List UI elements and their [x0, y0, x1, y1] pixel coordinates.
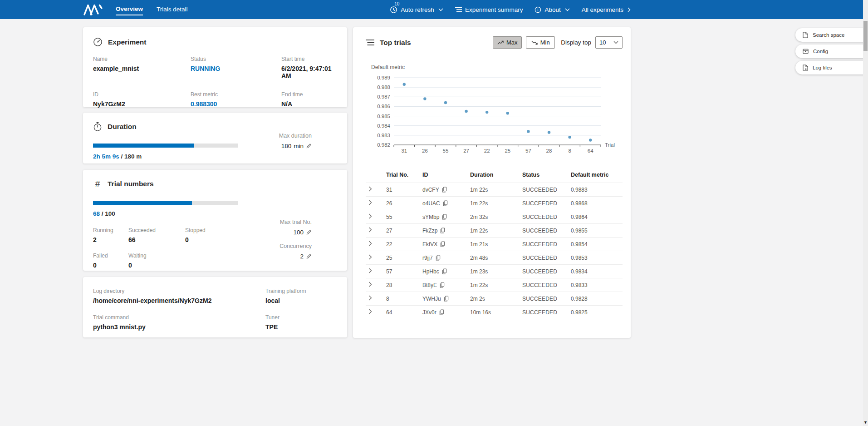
experiment-summary-button[interactable]: Experiment summary	[455, 6, 523, 13]
expand-row-chevron-icon[interactable]	[366, 295, 372, 301]
cell-status: SUCCEEDED	[522, 224, 571, 238]
cell-status: SUCCEEDED	[522, 197, 571, 210]
expand-row-chevron-icon[interactable]	[366, 309, 372, 314]
copy-id-icon[interactable]	[440, 282, 445, 288]
copy-id-icon[interactable]	[439, 309, 444, 315]
edit-max-duration-pencil-icon[interactable]	[306, 143, 312, 149]
side-button-label: Log files	[813, 65, 832, 70]
copy-id-icon[interactable]	[444, 296, 449, 302]
cell-default-metric: 0.9864	[571, 210, 623, 224]
cell-trial-id: r9jj7	[422, 255, 433, 261]
max-duration-block: Max duration 180 min	[279, 133, 312, 157]
cell-duration: 1m 23s	[470, 265, 522, 278]
copy-id-icon[interactable]	[440, 228, 445, 233]
display-top-value: 10	[599, 39, 606, 46]
cell-trial-no: 27	[386, 224, 422, 238]
cell-default-metric: 0.9825	[571, 306, 623, 319]
auto-refresh-button[interactable]: 10 Auto refresh	[390, 6, 443, 14]
cell-trial-no: 22	[386, 238, 422, 251]
cell-trial-id: YWHJu	[422, 296, 441, 302]
cell-duration: 1m 21s	[470, 238, 522, 251]
copy-id-icon[interactable]	[443, 200, 448, 206]
edit-concurrency-pencil-icon[interactable]	[306, 253, 312, 259]
cell-trial-id: o4UAC	[422, 200, 440, 207]
hash-icon: #	[93, 179, 102, 189]
side-panel-button[interactable]: Log files	[795, 61, 868, 74]
vertical-scrollbar[interactable]: ▼	[863, 0, 868, 426]
copy-id-icon[interactable]	[440, 241, 445, 247]
svg-text:0.982: 0.982	[377, 142, 390, 148]
expand-row-chevron-icon[interactable]	[366, 254, 372, 260]
expand-row-chevron-icon[interactable]	[366, 227, 372, 233]
expand-row-chevron-icon[interactable]	[366, 282, 372, 287]
copy-id-icon[interactable]	[436, 255, 441, 261]
config-icon	[803, 49, 809, 54]
all-experiments-link[interactable]: All experiments	[582, 6, 631, 13]
cell-trial-id: JXv0r	[422, 309, 436, 316]
expand-row-chevron-icon[interactable]	[366, 241, 372, 246]
cell-trial-id: HpHbc	[422, 268, 439, 275]
expand-row-chevron-icon[interactable]	[366, 186, 372, 192]
stat-label: Succeeded	[128, 227, 185, 233]
scrollbar-thumb[interactable]	[863, 21, 868, 51]
copy-id-icon[interactable]	[442, 187, 447, 193]
svg-text:25: 25	[505, 148, 510, 154]
svg-text:57: 57	[525, 148, 531, 154]
copy-id-icon[interactable]	[442, 268, 447, 274]
expand-row-chevron-icon[interactable]	[366, 268, 372, 273]
field-label: End time	[281, 91, 337, 98]
min-toggle-button[interactable]: Min	[526, 36, 555, 49]
stat-value: 2	[93, 236, 128, 243]
display-top-select[interactable]: 10	[595, 36, 623, 49]
field-label: Name	[93, 56, 191, 62]
col-header-status: Status	[522, 169, 571, 183]
nav-tab-label: Overview	[116, 5, 143, 12]
cell-trial-id: Bt8yE	[422, 282, 437, 288]
svg-text:55: 55	[443, 148, 449, 154]
svg-text:64: 64	[588, 148, 593, 154]
side-panel-button[interactable]: Config	[795, 45, 868, 58]
field: End time N/A	[281, 91, 337, 108]
cell-status: SUCCEEDED	[522, 183, 571, 197]
trial-settings-block: Max trial No. 100 Concurrency 2	[280, 219, 312, 267]
cell-status: SUCCEEDED	[522, 265, 571, 278]
cell-default-metric: 0.9855	[571, 224, 623, 238]
copy-id-icon[interactable]	[442, 214, 447, 220]
about-menu[interactable]: About	[535, 6, 569, 13]
chevron-down-icon	[438, 8, 443, 11]
cell-default-metric: 0.9853	[571, 251, 623, 265]
top-trials-list-icon	[366, 39, 374, 46]
table-header-row: Trial No. ID Duration Status Default met…	[366, 169, 623, 183]
cell-status: SUCCEEDED	[522, 238, 571, 251]
max-button-label: Max	[506, 39, 518, 46]
cell-status: SUCCEEDED	[522, 251, 571, 265]
field-label: Tuner	[265, 314, 337, 321]
table-row: 25 r9jj7 2m 48s SUCCEEDED 0.9853	[366, 251, 623, 265]
top-trials-title: Top trials	[380, 39, 411, 47]
expand-row-chevron-icon[interactable]	[366, 200, 372, 205]
cell-status: SUCCEEDED	[522, 292, 571, 306]
svg-text:Trial: Trial	[605, 142, 615, 148]
nav-tab[interactable]: Trials detail	[157, 4, 188, 15]
cell-default-metric: 0.9883	[571, 183, 623, 197]
cell-default-metric: 0.9854	[571, 238, 623, 251]
side-button-label: Config	[813, 49, 828, 54]
duration-card-title: Duration	[108, 123, 137, 131]
cell-trial-no: 57	[386, 265, 422, 278]
svg-text:0.989: 0.989	[377, 75, 390, 80]
expand-row-chevron-icon[interactable]	[366, 213, 372, 219]
stopwatch-icon	[93, 122, 102, 132]
scrollbar-down-arrow-icon[interactable]: ▼	[863, 420, 868, 425]
nni-logo-icon[interactable]	[83, 4, 103, 16]
edit-max-trial-pencil-icon[interactable]	[306, 229, 312, 235]
side-panel-button[interactable]: Search space	[795, 28, 868, 42]
cell-trial-no: 25	[386, 251, 422, 265]
nav-tab[interactable]: Overview	[116, 4, 143, 15]
chevron-right-icon	[628, 7, 631, 12]
search-space-doc-icon	[803, 32, 808, 38]
trial-numbers-card-title: Trial numbers	[108, 180, 154, 188]
max-toggle-button[interactable]: Max	[493, 36, 522, 49]
cell-default-metric: 0.9833	[571, 278, 623, 292]
nav-tab-label: Trials detail	[157, 6, 188, 13]
chevron-down-icon	[565, 8, 570, 11]
